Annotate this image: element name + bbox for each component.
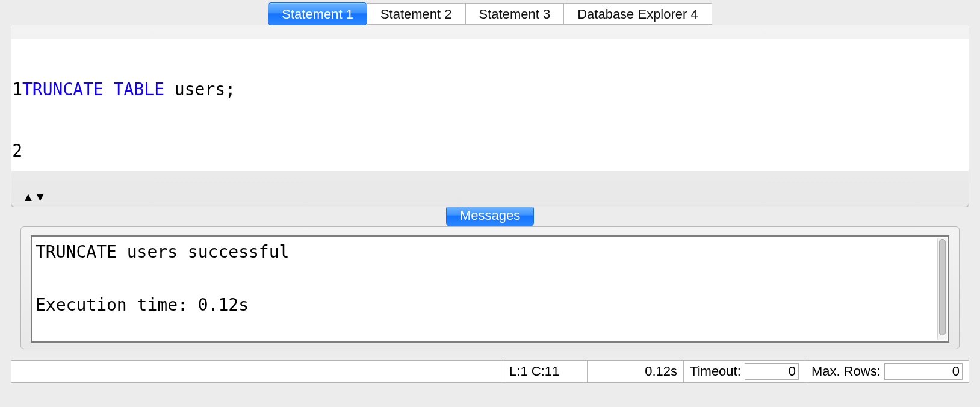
timeout-input[interactable] <box>745 363 799 380</box>
app-root: Statement 1 Statement 2 Statement 3 Data… <box>0 0 980 407</box>
tab-label: Database Explorer 4 <box>577 7 698 22</box>
timeout-label: Timeout: <box>690 364 741 379</box>
code-line <box>22 141 969 161</box>
messages-text: TRUNCATE users successful Execution time… <box>32 237 948 321</box>
messages-output[interactable]: TRUNCATE users successful Execution time… <box>31 235 949 343</box>
line-number: 2 <box>11 141 22 161</box>
sql-text: users; <box>164 79 235 99</box>
editor-panel: 1 2 TRUNCATE TABLE users; ▲▼ <box>11 25 969 207</box>
message-line: TRUNCATE users successful <box>36 242 289 262</box>
messages-panel: TRUNCATE users successful Execution time… <box>20 226 960 349</box>
messages-scrollbar[interactable] <box>937 238 947 340</box>
tab-strip: Statement 1 Statement 2 Statement 3 Data… <box>268 2 712 25</box>
tab-statement-1[interactable]: Statement 1 <box>268 2 367 25</box>
messages-tab[interactable]: Messages <box>446 205 534 226</box>
line-number-gutter: 1 2 <box>11 39 22 171</box>
line-number: 1 <box>11 79 22 100</box>
sql-editor[interactable]: 1 2 TRUNCATE TABLE users; <box>11 39 969 171</box>
maxrows-input[interactable] <box>884 363 963 380</box>
status-spacer <box>11 361 503 382</box>
code-line: TRUNCATE TABLE users; <box>22 79 969 100</box>
triangle-up-icon: ▲ <box>22 193 34 200</box>
execution-time: 0.12s <box>588 361 684 382</box>
tab-bar: Statement 1 Statement 2 Statement 3 Data… <box>0 0 980 25</box>
cursor-position-text: L:1 C:11 <box>509 364 559 379</box>
tab-statement-2[interactable]: Statement 2 <box>367 3 466 25</box>
split-handle[interactable]: ▲▼ <box>22 193 46 200</box>
messages-tab-label: Messages <box>460 208 520 223</box>
status-bar: L:1 C:11 0.12s Timeout: Max. Rows: <box>11 360 969 383</box>
cursor-position: L:1 C:11 <box>503 361 588 382</box>
maxrows-label: Max. Rows: <box>811 364 881 379</box>
triangle-down-icon: ▼ <box>34 193 46 200</box>
timeout-cell: Timeout: <box>684 361 805 382</box>
status-bar-wrap: L:1 C:11 0.12s Timeout: Max. Rows: <box>11 360 969 383</box>
maxrows-cell: Max. Rows: <box>805 361 969 382</box>
sql-keyword: TRUNCATE TABLE <box>22 79 164 99</box>
tab-label: Statement 3 <box>479 7 551 22</box>
tab-label: Statement 2 <box>380 7 452 22</box>
execution-time-text: 0.12s <box>645 364 677 379</box>
tab-statement-3[interactable]: Statement 3 <box>466 3 565 25</box>
tab-label: Statement 1 <box>282 7 353 22</box>
message-line: Execution time: 0.12s <box>36 295 249 315</box>
scrollbar-thumb[interactable] <box>939 239 946 335</box>
code-area[interactable]: TRUNCATE TABLE users; <box>22 39 969 171</box>
tab-database-explorer-4[interactable]: Database Explorer 4 <box>564 3 712 25</box>
